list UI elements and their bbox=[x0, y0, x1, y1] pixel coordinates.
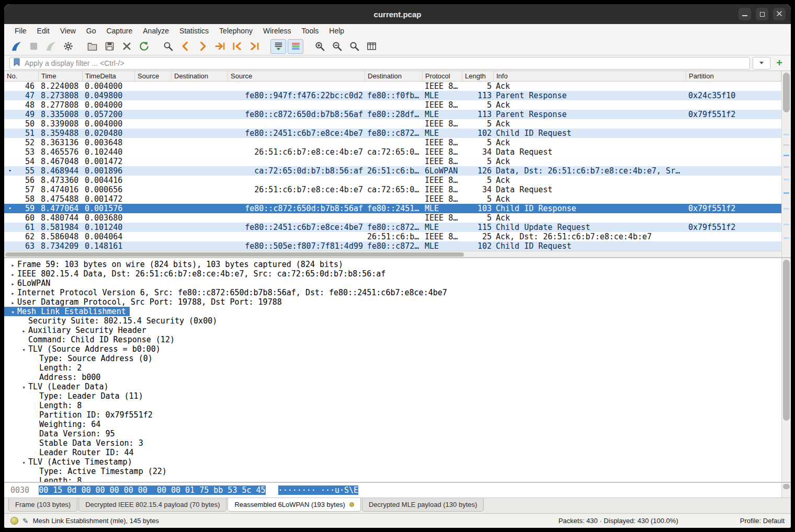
detail-line-1[interactable]: ▸IEEE 802.15.4 Data, Dst: 26:51:c6:b7:e8… bbox=[4, 269, 781, 279]
go-last-button[interactable] bbox=[246, 39, 262, 54]
detail-line-16[interactable]: Partition ID: 0x79f551f2 bbox=[4, 410, 781, 420]
save-file-button[interactable] bbox=[101, 39, 117, 54]
menu-help[interactable]: Help bbox=[324, 24, 349, 38]
menu-statistics[interactable]: Statistics bbox=[174, 24, 214, 38]
byte-view-tab-3[interactable]: Decrypted MLE payload (130 bytes) bbox=[362, 498, 484, 512]
menu-tools[interactable]: Tools bbox=[297, 24, 324, 38]
hscrollbar-thumb[interactable] bbox=[5, 252, 464, 257]
bookmark-icon[interactable] bbox=[13, 58, 20, 68]
go-first-button[interactable] bbox=[229, 39, 245, 54]
detail-scrollbar[interactable] bbox=[781, 258, 791, 482]
zoom-reset-button[interactable] bbox=[346, 39, 362, 54]
column-header-1-no[interactable]: No. bbox=[4, 71, 39, 81]
hex-bytes[interactable]: 00 15 0d 00 00 00 00 00 00 00 01 75 bb 5… bbox=[39, 485, 265, 495]
hex-line[interactable]: 003000 15 0d 00 00 00 00 00 00 00 01 75 … bbox=[4, 483, 781, 498]
minimize-button[interactable] bbox=[739, 8, 751, 20]
detail-line-18[interactable]: Data Version: 95 bbox=[4, 429, 781, 438]
packet-row-54[interactable]: 548.4670480.001472IEEE 8…5Ack bbox=[4, 157, 781, 166]
column-header-8-protocol[interactable]: Protocol bbox=[423, 71, 462, 81]
menu-capture[interactable]: Capture bbox=[101, 24, 138, 38]
maximize-button[interactable] bbox=[756, 8, 768, 20]
detail-line-11[interactable]: Length: 2 bbox=[4, 363, 781, 373]
packet-row-57[interactable]: 578.4740160.00065626:51:c6:b7:e8:ce:4b:e… bbox=[4, 185, 781, 194]
detail-line-21[interactable]: ▾TLV (Active Timestamp) bbox=[4, 457, 781, 467]
menu-view[interactable]: View bbox=[55, 24, 81, 38]
hex-ascii[interactable]: ········ ···u·S\E bbox=[278, 485, 359, 495]
detail-line-17[interactable]: Weighting: 64 bbox=[4, 420, 781, 429]
add-filter-button[interactable]: + bbox=[773, 57, 786, 70]
display-filter-input[interactable] bbox=[24, 59, 746, 68]
packet-row-48[interactable]: 488.2778080.004000IEEE 8…5Ack bbox=[4, 100, 781, 110]
packet-row-60[interactable]: 608.4807440.003680IEEE 8…5Ack bbox=[4, 213, 781, 223]
menu-telephony[interactable]: Telephony bbox=[214, 24, 258, 38]
packet-row-50[interactable]: 508.3390080.004000IEEE 8…5Ack bbox=[4, 119, 781, 129]
detail-line-22[interactable]: Type: Active Timestamp (22) bbox=[4, 467, 781, 476]
detail-line-9[interactable]: ▾TLV (Source Address = b0:00) bbox=[4, 344, 781, 354]
expert-info-icon[interactable] bbox=[10, 517, 18, 525]
packet-row-63[interactable]: 638.7342090.148161fe80::505e:f807:7f81:4… bbox=[4, 241, 781, 251]
packet-list-hscrollbar[interactable] bbox=[4, 251, 781, 257]
detail-line-7[interactable]: ▸Auxiliary Security Header bbox=[4, 326, 781, 335]
open-file-button[interactable] bbox=[84, 39, 100, 54]
column-header-11-partition[interactable]: Partition bbox=[686, 71, 781, 81]
packet-row-51[interactable]: 518.3594880.020480fe80::2451:c6b7:e8ce:4… bbox=[4, 129, 781, 138]
detail-line-19[interactable]: Stable Data Version: 3 bbox=[4, 438, 781, 448]
column-header-10-info[interactable]: Info bbox=[494, 71, 686, 81]
status-profile[interactable]: Profile: Default bbox=[740, 517, 785, 525]
packet-row-46[interactable]: 468.2240080.004000IEEE 8…5Ack bbox=[4, 82, 781, 91]
packet-row-47[interactable]: 478.2738080.049800fe80::947f:f476:22bc:c… bbox=[4, 91, 781, 100]
column-header-2-time[interactable]: Time bbox=[39, 71, 83, 81]
scrollbar-thumb[interactable] bbox=[783, 260, 790, 421]
packet-row-61[interactable]: 618.5819840.101240fe80::2451:c6b7:e8ce:4… bbox=[4, 223, 781, 232]
capture-options-button[interactable] bbox=[60, 39, 76, 54]
menu-analyze[interactable]: Analyze bbox=[138, 24, 174, 38]
detail-line-14[interactable]: Type: Leader Data (11) bbox=[4, 391, 781, 401]
byte-view-tab-2[interactable]: Reassembled 6LoWPAN (193 bytes) bbox=[228, 498, 360, 512]
resize-columns-button[interactable] bbox=[364, 39, 379, 54]
scrollbar-thumb[interactable] bbox=[783, 73, 790, 112]
packet-row-58[interactable]: 588.4754880.001472IEEE 8…5Ack bbox=[4, 194, 781, 204]
detail-line-13[interactable]: ▾TLV (Leader Data) bbox=[4, 382, 781, 391]
packet-row-53[interactable]: 538.4655760.10244026:51:c6:b7:e8:ce:4b:e… bbox=[4, 147, 781, 157]
filter-history-dropdown[interactable] bbox=[753, 57, 770, 70]
edit-comment-icon[interactable]: ✎ bbox=[22, 517, 29, 525]
detail-line-12[interactable]: Address: b000 bbox=[4, 373, 781, 382]
display-filter-field[interactable] bbox=[9, 57, 750, 70]
column-header-6-source[interactable]: Source bbox=[228, 71, 365, 81]
packet-row-62[interactable]: 628.5860480.00406426:51:c6:b…IEEE 8…25Ac… bbox=[4, 232, 781, 241]
go-back-button[interactable] bbox=[177, 39, 193, 54]
packet-list-scrollbar[interactable] bbox=[781, 71, 791, 257]
packet-row-59[interactable]: 598.4770640.001576fe80::c872:650d:b7b8:5… bbox=[4, 204, 781, 213]
detail-line-3[interactable]: ▸Internet Protocol Version 6, Src: fe80:… bbox=[4, 288, 781, 297]
detail-line-6[interactable]: Security Suite: 802.15.4 Security (0x00) bbox=[4, 316, 781, 326]
packet-row-55[interactable]: 558.4689440.001896ca:72:65:0d:b7:b8:56:a… bbox=[4, 166, 781, 176]
menu-wireless[interactable]: Wireless bbox=[258, 24, 297, 38]
hex-scrollbar[interactable] bbox=[781, 483, 791, 498]
start-capture-button[interactable] bbox=[8, 39, 24, 54]
detail-line-2[interactable]: ▸6LoWPAN bbox=[4, 279, 781, 288]
auto-scroll-button[interactable] bbox=[270, 39, 286, 54]
restart-capture-button[interactable] bbox=[43, 39, 59, 54]
close-file-button[interactable] bbox=[119, 39, 134, 54]
reload-file-button[interactable] bbox=[136, 39, 152, 54]
column-header-9-length[interactable]: Length bbox=[462, 71, 494, 81]
packet-row-49[interactable]: 498.3350080.057200fe80::c872:650d:b7b8:5… bbox=[4, 110, 781, 119]
go-forward-button[interactable] bbox=[195, 39, 210, 54]
colorize-button[interactable] bbox=[288, 39, 303, 54]
column-header-5-destination[interactable]: Destination bbox=[172, 71, 228, 81]
menu-file[interactable]: File bbox=[9, 24, 32, 38]
scrollbar-thumb[interactable] bbox=[783, 484, 790, 489]
detail-line-0[interactable]: ▸Frame 59: 103 bytes on wire (824 bits),… bbox=[4, 260, 781, 269]
stop-capture-button[interactable] bbox=[26, 39, 41, 54]
detail-line-20[interactable]: Leader Router ID: 44 bbox=[4, 448, 781, 457]
detail-line-10[interactable]: Type: Source Address (0) bbox=[4, 354, 781, 363]
packet-row-52[interactable]: 528.3631360.003648IEEE 8…5Ack bbox=[4, 138, 781, 147]
zoom-out-button[interactable] bbox=[329, 39, 345, 54]
close-button[interactable] bbox=[773, 8, 786, 20]
column-header-7-destination[interactable]: Destination bbox=[365, 71, 423, 81]
byte-view-tab-1[interactable]: Decrypted IEEE 802.15.4 payload (70 byte… bbox=[78, 498, 226, 512]
go-to-packet-button[interactable] bbox=[212, 39, 228, 54]
packet-row-56[interactable]: 568.4733600.004416IEEE 8…5Ack bbox=[4, 176, 781, 185]
column-header-3-timedelta[interactable]: TimeDelta bbox=[83, 71, 135, 81]
zoom-in-button[interactable] bbox=[312, 39, 327, 54]
